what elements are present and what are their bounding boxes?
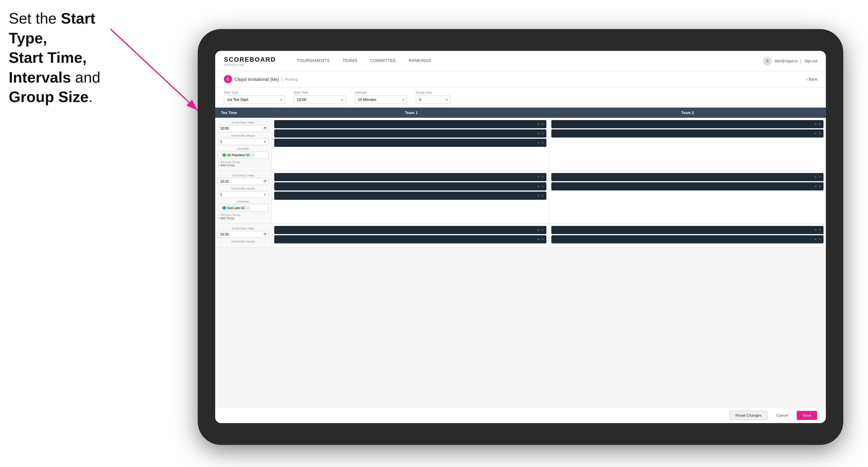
intervals-label: Intervals [355, 91, 407, 94]
player-slot: ✕ ✎ [551, 226, 824, 234]
slot-x-icon[interactable]: ✕ [537, 228, 540, 232]
slot-x-icon[interactable]: ✕ [537, 141, 540, 145]
controls-row: Start Type 1st Tee Start Shotgun Start S… [215, 87, 826, 107]
logo-text: SCOREBOARD [224, 56, 276, 63]
course-item-2: East Lake GC × [221, 206, 250, 210]
start-time-select[interactable]: 10:00 10:10 10:20 [294, 95, 346, 104]
start-type-select[interactable]: 1st Tee Start Shotgun Start [224, 95, 285, 104]
remove-group-2[interactable]: ○Remove Group [218, 213, 269, 217]
slot-x-icon[interactable]: ✕ [814, 238, 817, 241]
intervals-group: Intervals 10 Minutes 8 Minutes 12 Minute… [355, 91, 407, 104]
group-size-label: Group Size [416, 91, 451, 94]
hole-select-1[interactable]: 1 [218, 138, 269, 145]
nav-rankings[interactable]: RANKINGS [402, 51, 438, 71]
course-remove-1[interactable]: × [252, 154, 254, 157]
slot-edit-icon[interactable]: ✎ [541, 194, 544, 198]
nav-teams[interactable]: TEAMS [336, 51, 364, 71]
hole-select-2[interactable]: 1 [218, 191, 269, 198]
tournament-name[interactable]: Clippd Invitational (Me) [235, 77, 279, 82]
add-group-1[interactable]: + Add Group [218, 164, 269, 167]
starting-time-label-2: STARTING TIME: [218, 174, 269, 177]
slot-x-icon[interactable]: ✕ [537, 238, 540, 241]
col-tee-time: Tee Time [215, 107, 273, 118]
instructions-panel: Set the Start Type, Start Time, Interval… [9, 9, 131, 107]
slot-x-icon[interactable]: ✕ [814, 175, 817, 179]
tee-sheet: STARTING TIME: 10:00 ⏰ STARTING HOLE: 1 [215, 118, 826, 407]
slot-edit-icon[interactable]: ✎ [818, 185, 821, 188]
add-group-2[interactable]: + Add Group [218, 217, 269, 220]
start-time-select-wrapper[interactable]: 10:00 10:10 10:20 [294, 95, 346, 104]
slot-edit-icon[interactable]: ✎ [818, 122, 821, 126]
starting-time-input-2[interactable]: 10:10 ⏰ [218, 178, 269, 185]
nav-right: B blair@clippd.io | Sign out [763, 57, 817, 65]
starting-time-label-1: STARTING TIME: [218, 121, 269, 124]
course-item-1: (A) Peachtree GC × [221, 153, 255, 157]
slot-x-icon[interactable]: ✕ [537, 175, 540, 179]
start-time-label: Start Time [294, 91, 346, 94]
nav-committee[interactable]: COMMITTEE [364, 51, 402, 71]
back-button[interactable]: ‹ Back [806, 77, 817, 82]
slot-edit-icon[interactable]: ✎ [818, 238, 821, 241]
group-size-select-wrapper[interactable]: 3 4 2 [416, 95, 451, 104]
table-row: STARTING TIME: 10:00 ⏰ STARTING HOLE: 1 [215, 118, 826, 171]
slot-edit-icon[interactable]: ✎ [818, 132, 821, 135]
starting-time-label-3: STARTING TIME: [218, 227, 269, 230]
reset-changes-button[interactable]: Reset Changes [729, 411, 768, 420]
slot-x-icon[interactable]: ✕ [537, 194, 540, 198]
group-3-left: STARTING TIME: 10:20 ⏰ STARTING HOLE: [215, 224, 272, 247]
sign-out-link[interactable]: Sign out [804, 59, 817, 63]
player-slot: ✕ ✎ [274, 129, 547, 137]
course-tag-1: (A) Peachtree GC × [218, 151, 269, 159]
slot-edit-icon[interactable]: ✎ [541, 238, 544, 241]
breadcrumb-bar: C Clippd Invitational (Me) | Hosting ‹ B… [215, 71, 826, 87]
slot-x-icon[interactable]: ✕ [814, 228, 817, 232]
slot-x-icon[interactable]: ✕ [537, 122, 540, 126]
nav-tournaments[interactable]: TOURNAMENTS [290, 51, 336, 71]
slot-x-icon[interactable]: ✕ [537, 185, 540, 188]
save-button[interactable]: Save [797, 411, 817, 420]
slot-edit-icon[interactable]: ✎ [541, 141, 544, 145]
slot-edit-icon[interactable]: ✎ [818, 228, 821, 232]
table-row: STARTING TIME: 10:20 ⏰ STARTING HOLE: ✕ [215, 224, 826, 248]
team1-cell-2: ✕ ✎ ✕ ✎ ✕ ✎ [272, 171, 549, 223]
starting-time-input-1[interactable]: 10:00 ⏰ [218, 125, 269, 132]
top-nav: SCOREBOARD Powered by clipp TOURNAMENTS … [215, 51, 826, 71]
breadcrumb-hosting: Hosting [285, 77, 298, 82]
team2-cell-3: ✕ ✎ ✕ ✎ [549, 224, 826, 247]
intervals-select-wrapper[interactable]: 10 Minutes 8 Minutes 12 Minutes [355, 95, 407, 104]
team1-cell-3: ✕ ✎ ✕ ✎ [272, 224, 549, 247]
slot-edit-icon[interactable]: ✎ [541, 175, 544, 179]
slot-edit-icon[interactable]: ✎ [541, 185, 544, 188]
player-slot: ✕ ✎ [551, 129, 824, 137]
cancel-button[interactable]: Cancel [771, 411, 794, 420]
tablet-screen: SCOREBOARD Powered by clipp TOURNAMENTS … [215, 51, 826, 423]
col-team1: Team 1 [273, 107, 550, 118]
slot-edit-icon[interactable]: ✎ [541, 132, 544, 135]
player-slot: ✕ ✎ [551, 235, 824, 243]
tablet-frame: SCOREBOARD Powered by clipp TOURNAMENTS … [198, 29, 843, 445]
content-area: Tee Time Team 1 Team 2 STARTING TIME: 10… [215, 107, 826, 423]
slot-edit-icon[interactable]: ✎ [818, 175, 821, 179]
slot-x-icon[interactable]: ✕ [814, 132, 817, 135]
player-slot: ✕ ✎ [274, 139, 547, 147]
player-slot: ✕ ✎ [274, 235, 547, 243]
slot-x-icon[interactable]: ✕ [537, 132, 540, 135]
slot-x-icon[interactable]: ✕ [814, 122, 817, 126]
group-1-right: ✕ ✎ ✕ ✎ ✕ ✎ [272, 118, 826, 170]
remove-group-1[interactable]: ○Remove Group [218, 160, 269, 164]
hole-select-wrapper-1[interactable]: 1 [218, 138, 269, 145]
group-2-left: STARTING TIME: 10:10 ⏰ STARTING HOLE: 1 [215, 171, 272, 223]
slot-x-icon[interactable]: ✕ [814, 185, 817, 188]
hole-select-wrapper-2[interactable]: 1 [218, 191, 269, 198]
start-type-label: Start Type [224, 91, 285, 94]
table-header: Tee Time Team 1 Team 2 [215, 107, 826, 118]
course-remove-2[interactable]: × [247, 207, 249, 210]
start-type-select-wrapper[interactable]: 1st Tee Start Shotgun Start [224, 95, 285, 104]
slot-edit-icon[interactable]: ✎ [541, 228, 544, 232]
bottom-bar: Reset Changes Cancel Save [215, 407, 826, 423]
starting-time-input-3[interactable]: 10:20 ⏰ [218, 231, 269, 238]
intervals-select[interactable]: 10 Minutes 8 Minutes 12 Minutes [355, 95, 407, 104]
group-size-group: Group Size 3 4 2 [416, 91, 451, 104]
group-size-select[interactable]: 3 4 2 [416, 95, 451, 104]
slot-edit-icon[interactable]: ✎ [541, 122, 544, 126]
